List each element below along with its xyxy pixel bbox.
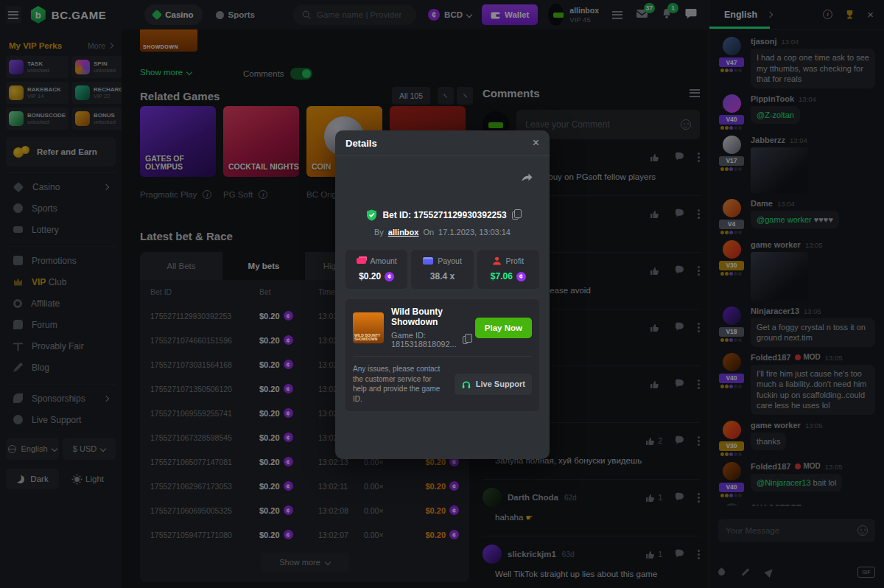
sidebar-menu-item[interactable]: VIP Club bbox=[6, 271, 116, 293]
chat-username[interactable]: Folded187 bbox=[751, 353, 790, 362]
sidebar-menu-item[interactable]: Live Support bbox=[6, 409, 116, 430]
sidebar-menu-item[interactable]: Affiliate bbox=[6, 293, 116, 314]
play-now-button[interactable]: Play Now bbox=[475, 318, 532, 338]
close-chat-icon[interactable]: × bbox=[867, 9, 874, 20]
chat-username[interactable]: game worker bbox=[751, 240, 801, 249]
chat-avatar[interactable] bbox=[723, 240, 741, 259]
chat-avatar[interactable] bbox=[723, 462, 741, 480]
bets-show-more-button[interactable]: Show more bbox=[261, 553, 349, 572]
chat-username[interactable]: PippinTook bbox=[751, 94, 794, 103]
refer-and-earn-button[interactable]: Refer and Earn bbox=[6, 137, 116, 167]
game-search-input[interactable]: Game name | Provider bbox=[293, 4, 416, 25]
sidebar-menu-item[interactable]: Blog bbox=[6, 357, 116, 378]
chat-avatar[interactable] bbox=[723, 136, 741, 154]
edit-icon[interactable] bbox=[742, 568, 750, 576]
like-button[interactable]: 2 bbox=[645, 436, 662, 446]
chat-image[interactable] bbox=[751, 252, 808, 301]
notifications-button[interactable]: 1 bbox=[662, 8, 672, 22]
vip-perk-tile[interactable]: RAKEBACK VIP 14 bbox=[6, 82, 69, 104]
inbox-button[interactable]: 37 bbox=[636, 8, 648, 21]
chat-image[interactable] bbox=[751, 147, 808, 193]
like-button[interactable]: 1 bbox=[645, 550, 662, 559]
share-button[interactable] bbox=[521, 172, 533, 185]
chat-avatar[interactable] bbox=[723, 199, 741, 217]
rocket-icon[interactable] bbox=[765, 567, 776, 578]
game-card[interactable]: COCKTAIL NIGHTS bbox=[223, 106, 299, 177]
sidebar-menu-item[interactable]: Provably Fair bbox=[6, 335, 116, 357]
mention[interactable]: @Ninjaracer13 bbox=[757, 478, 811, 487]
commenter-avatar[interactable] bbox=[483, 545, 502, 564]
sidebar-menu-item[interactable]: Sports bbox=[6, 197, 116, 219]
rain-tip-icon[interactable] bbox=[717, 567, 726, 577]
chat-username[interactable]: Folded187 bbox=[751, 462, 790, 471]
reply-button[interactable] bbox=[676, 492, 684, 503]
like-button[interactable]: 1 bbox=[645, 493, 662, 503]
reply-button[interactable] bbox=[676, 322, 684, 332]
logo[interactable]: b BC.GAME bbox=[30, 6, 106, 24]
reply-button[interactable] bbox=[676, 209, 684, 219]
chat-message-input[interactable]: Your Message bbox=[718, 519, 875, 542]
mention[interactable]: @Z-zoltan bbox=[757, 111, 794, 119]
like-button[interactable] bbox=[650, 209, 662, 219]
emoji-icon[interactable] bbox=[857, 525, 868, 536]
reply-button[interactable] bbox=[676, 549, 684, 559]
fiat-selector[interactable]: $ USD bbox=[63, 438, 116, 460]
show-more-game-info[interactable]: Show more bbox=[140, 68, 192, 77]
emoji-icon[interactable] bbox=[681, 119, 691, 130]
bet-row[interactable]: 1755271062967173053 $0.20¢ 13:02:11 0.00… bbox=[140, 474, 469, 498]
comment-menu-icon[interactable] bbox=[698, 153, 700, 155]
copy-icon[interactable] bbox=[463, 336, 468, 344]
chat-username[interactable]: Dame bbox=[751, 199, 773, 208]
reply-button[interactable] bbox=[676, 265, 684, 276]
chat-username[interactable]: Ninjaracer13 bbox=[751, 307, 799, 315]
reply-button[interactable] bbox=[676, 379, 684, 389]
vip-perk-tile[interactable]: TASK unlocked bbox=[6, 56, 69, 78]
nav-tab[interactable]: Sports bbox=[207, 4, 264, 25]
gif-icon[interactable]: GIF bbox=[857, 567, 875, 578]
comment-menu-icon[interactable] bbox=[698, 323, 700, 325]
like-button[interactable] bbox=[650, 266, 662, 276]
bets-tab[interactable]: My bets bbox=[222, 252, 305, 280]
provider-label[interactable]: PG Soft i bbox=[223, 190, 306, 199]
reply-button[interactable] bbox=[676, 435, 684, 446]
comment-menu-icon[interactable] bbox=[698, 436, 700, 438]
light-theme-button[interactable]: Light bbox=[63, 469, 116, 489]
chat-username[interactable]: game worker bbox=[751, 421, 801, 430]
bet-user-link[interactable]: allinbox bbox=[388, 228, 419, 237]
chat-avatar[interactable] bbox=[723, 94, 741, 113]
close-icon[interactable]: × bbox=[533, 137, 539, 149]
carousel-prev-button[interactable] bbox=[438, 87, 454, 105]
sidebar-menu-item[interactable]: Casino bbox=[6, 176, 116, 197]
chat-avatar[interactable] bbox=[723, 37, 741, 55]
chat-avatar[interactable] bbox=[723, 307, 741, 325]
comment-menu-icon[interactable] bbox=[698, 550, 700, 552]
all-games-button[interactable]: All 105 bbox=[392, 87, 430, 105]
sidebar-menu-item[interactable]: Forum bbox=[6, 314, 116, 335]
language-selector[interactable]: English bbox=[6, 438, 59, 460]
comments-toggle-switch[interactable] bbox=[290, 68, 312, 80]
comment-menu-icon[interactable] bbox=[698, 209, 700, 211]
carousel-next-button[interactable] bbox=[457, 87, 473, 105]
comment-menu-icon[interactable] bbox=[698, 379, 700, 382]
chat-toggle-button[interactable] bbox=[685, 8, 697, 22]
chat-username[interactable]: CHAOSTREE bbox=[751, 503, 801, 505]
trophy-icon[interactable] bbox=[844, 10, 855, 20]
user-avatar[interactable] bbox=[548, 4, 564, 26]
live-support-button[interactable]: Live Support bbox=[455, 374, 532, 395]
reply-button[interactable] bbox=[676, 152, 684, 162]
like-button[interactable] bbox=[650, 379, 662, 389]
vip-perks-more-button[interactable]: More bbox=[88, 41, 113, 50]
bet-row[interactable]: 1755271060695005325 $0.20¢ 13:02:08 0.00… bbox=[140, 498, 469, 522]
chat-avatar[interactable] bbox=[723, 353, 741, 371]
wallet-button[interactable]: Wallet bbox=[482, 4, 538, 25]
chat-rules-icon[interactable]: i bbox=[823, 10, 832, 19]
sidebar-menu-item[interactable]: Promotions bbox=[6, 250, 116, 271]
nav-tab[interactable]: Casino bbox=[144, 4, 202, 25]
game-card[interactable]: GATES OF OLYMPUS bbox=[140, 106, 216, 177]
chat-language-tab[interactable]: English bbox=[724, 10, 772, 20]
chat-avatar[interactable] bbox=[723, 421, 741, 439]
chat-avatar[interactable] bbox=[723, 503, 741, 505]
chat-username[interactable]: Jabberzz bbox=[751, 136, 785, 144]
chat-username[interactable]: tjasonj bbox=[751, 37, 776, 46]
vip-perk-tile[interactable]: BONUSCODE unlocked bbox=[6, 108, 69, 130]
